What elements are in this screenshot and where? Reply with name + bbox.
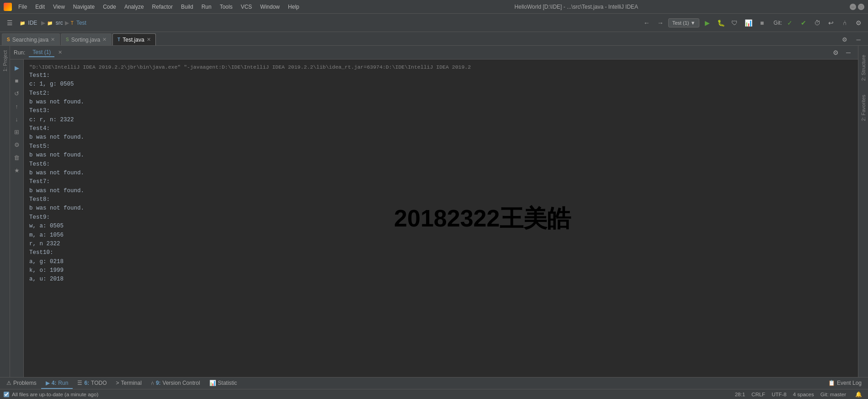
menu-view[interactable]: View [49,3,69,11]
run-content-area: ▶ ■ ↺ ↑ ↓ ⊞ ⚙ 🗑 ★ "D:\IDE\IntelliJ IDEA … [10,59,858,377]
editor-close-button[interactable]: ─ [852,33,864,45]
menu-edit[interactable]: Edit [32,3,48,11]
tab-close-sorting[interactable]: ✕ [102,37,107,43]
run-config-label: Test (1) [672,20,689,26]
tab-icon-test: T [117,37,120,42]
favorites-panel-label[interactable]: 2: Favorites [861,95,866,121]
git-commit-button[interactable]: ✓ [784,17,796,29]
breadcrumb-ide[interactable]: 📁 IDE [17,19,39,27]
menu-run[interactable]: Run [198,3,215,11]
run-panel-left: Run: Test (1) ✕ [14,48,62,57]
run-rerun-button[interactable]: ↺ [11,88,22,99]
git-rollback-button[interactable]: ↩ [825,17,837,29]
menu-vcs[interactable]: VCS [237,3,256,11]
output-line-3: Test2: [29,89,852,98]
menu-window[interactable]: Window [256,3,283,11]
run-side-buttons: ▶ ■ ↺ ↑ ↓ ⊞ ⚙ 🗑 ★ [10,59,24,377]
tab-label-searching: Searching.java [12,37,48,43]
tab-statistic[interactable]: 📊 Statistic [205,377,242,389]
status-update-message: All files are up-to-date (a minute ago) [12,392,98,397]
debug-button[interactable]: 🐛 [715,17,727,29]
tab-run[interactable]: ▶ 4: Run [41,377,73,389]
window-title: HelloWorld [D:\IDE] - ...\src\Test.java … [515,4,639,10]
git-branches-button[interactable]: ⑃ [839,17,851,29]
minimize-button[interactable]: ─ [850,4,856,10]
menu-build[interactable]: Build [177,3,197,11]
right-panel-labels: 2: Structure 2: Favorites [858,46,868,377]
project-panel-label[interactable]: 1: Project [2,50,8,71]
maximize-button[interactable]: □ [858,4,864,10]
output-line-13: Test7: [29,178,852,186]
tab-test-java[interactable]: T Test.java ✕ [112,33,155,45]
back-button[interactable]: ← [641,17,653,29]
line-ending[interactable]: CRLF [751,392,765,397]
run-pin-button[interactable]: ★ [11,165,22,176]
settings-button[interactable]: ⚙ [852,17,864,29]
run-scroll-down-button[interactable]: ↓ [11,113,22,124]
indent-settings[interactable]: 4 spaces [793,392,814,397]
run-clear-button[interactable]: 🗑 [11,152,22,163]
tab-todo-label: TODO [91,380,107,386]
breadcrumb-test[interactable]: T Test [71,20,86,26]
run-output[interactable]: "D:\IDE\IntelliJ IDEA 2019.2.2\jbr\bin\j… [24,59,858,377]
run-tab-test[interactable]: Test (1) [29,48,54,57]
left-panel-label: 1: Project [0,46,10,377]
menu-help[interactable]: Help [284,3,303,11]
git-history-button[interactable]: ⏱ [811,17,823,29]
tab-todo[interactable]: ☰ 6: TODO [73,377,111,389]
tab-sorting-java[interactable]: S Sorting.java ✕ [61,33,112,45]
menu-refactor[interactable]: Refactor [149,3,176,11]
output-line-14: b was not found. [29,187,852,195]
run-label: Run: [14,49,25,56]
run-play-button[interactable]: ▶ [11,62,22,73]
tab-close-searching[interactable]: ✕ [51,37,55,43]
bottom-tab-bar: ⚠ Problems ▶ 4: Run ☰ 6: TODO > Terminal… [0,377,868,389]
tab-terminal[interactable]: > Terminal [112,377,146,389]
run-settings-button[interactable]: ⚙ [11,139,22,150]
structure-panel-label[interactable]: 2: Structure [861,55,866,81]
profile-button[interactable]: 📊 [742,17,754,29]
run-stop-button[interactable]: ■ [11,75,22,86]
dropdown-arrow-icon: ▼ [690,20,695,26]
vcs-branch[interactable]: Git: master [820,392,846,397]
run-tab-num: 4: [52,380,57,386]
tab-version-control[interactable]: ⑃ 9: Version Control [146,377,205,389]
run-with-coverage-button[interactable]: 🛡 [729,17,740,29]
file-encoding[interactable]: UTF-8 [772,392,787,397]
forward-button[interactable]: → [655,17,666,29]
menu-analyze[interactable]: Analyze [121,3,148,11]
cursor-position[interactable]: 28:1 [735,392,745,397]
run-scroll-up-button[interactable]: ↑ [11,101,22,112]
menu-code[interactable]: Code [99,3,120,11]
git-push-button[interactable]: ✔ [798,17,809,29]
run-filter-button[interactable]: ⊞ [11,126,22,137]
tab-vcs-label: Version Control [163,380,200,386]
tab-problems[interactable]: ⚠ Problems [2,377,41,389]
tab-event-log-label: Event Log [837,380,862,386]
tab-event-log[interactable]: 📋 Event Log [824,379,866,388]
breadcrumb-src[interactable]: 📁 src [47,20,63,26]
stop-button[interactable]: ■ [756,17,768,29]
run-tab-close[interactable]: ✕ [58,49,62,55]
editor-settings-button[interactable]: ⚙ [839,33,851,45]
run-button[interactable]: ▶ [701,17,713,29]
update-checkbox[interactable] [4,392,9,397]
run-tab-icon: ▶ [46,380,50,386]
output-line-18: w, a: 0505 [29,222,852,231]
menu-file[interactable]: File [15,3,31,11]
menu-navigate[interactable]: Navigate [69,3,98,11]
status-bar-right: 28:1 CRLF UTF-8 4 spaces Git: master 🔔 [735,388,864,399]
event-log-icon: 📋 [828,380,835,386]
breadcrumb-sep-1: ▶ [41,20,45,26]
sidebar-toggle-button[interactable]: ☰ [4,17,16,29]
tab-searching-java[interactable]: S Searching.java ✕ [2,33,60,45]
tab-close-test[interactable]: ✕ [147,37,151,43]
run-config-dropdown[interactable]: Test (1) ▼ [668,18,700,27]
run-panel-settings-btn[interactable]: ⚙ [830,47,841,59]
notifications-button[interactable]: 🔔 [852,388,864,399]
run-panel-close-btn[interactable]: ─ [842,47,854,59]
menu-tools[interactable]: Tools [216,3,236,11]
output-line-1: Test1: [29,71,852,80]
tab-run-label: Run [58,380,68,386]
output-line-23: k, o: 1999 [29,266,852,275]
